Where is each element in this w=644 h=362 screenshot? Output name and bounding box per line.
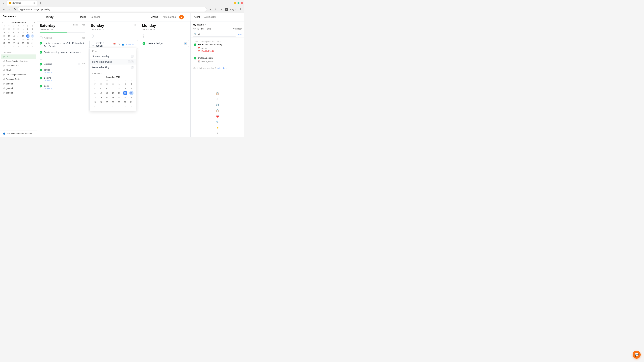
task-check-icon[interactable]: ✓ xyxy=(40,77,42,79)
cal-day[interactable]: 25 xyxy=(92,100,97,104)
panel-icon-6[interactable]: 🔍 xyxy=(215,119,220,125)
menu-icon[interactable]: ⋮ xyxy=(238,7,243,12)
tab-tasks[interactable]: Tasks xyxy=(78,15,88,19)
window-maximize-btn[interactable] xyxy=(238,2,240,4)
mini-cal-day[interactable]: 27 xyxy=(3,27,6,31)
panel-icon-3[interactable]: 🔄 xyxy=(215,102,220,108)
cal-day[interactable]: 7 xyxy=(111,86,115,91)
cal-day[interactable]: 27 xyxy=(105,100,109,104)
mini-cal-day[interactable]: 3 xyxy=(12,45,16,48)
mini-cal-day[interactable]: 9 xyxy=(26,31,30,34)
task-item-empty[interactable] xyxy=(38,56,86,61)
cal-day[interactable]: 19 xyxy=(98,95,103,100)
cal-day[interactable]: 3 xyxy=(129,82,134,86)
mini-cal-day[interactable]: 21 xyxy=(17,38,20,41)
task-check-icon[interactable]: ✓ xyxy=(40,69,42,71)
monday-task-create-design[interactable]: ✓ create a design 👥 xyxy=(141,40,189,47)
cal-day[interactable]: 11 xyxy=(92,91,97,95)
mini-cal-day[interactable]: 13 xyxy=(12,34,16,38)
mini-cal-day[interactable]: 8 xyxy=(22,31,25,34)
mini-cal-day[interactable]: 5 xyxy=(22,45,25,48)
filter-btn[interactable]: ⊟ Filter xyxy=(198,28,204,30)
layout-icon[interactable]: ⊡ xyxy=(219,7,224,12)
task-item-exercise[interactable]: ✓ Exercise 1 0:15 xyxy=(38,61,86,67)
right-panel-automations-tab[interactable]: Automations xyxy=(203,15,218,19)
mini-cal-day[interactable]: 29 xyxy=(22,41,25,45)
panel-task-item-2[interactable]: ✓ create a design 📅 Dec 18, Dec 17 xyxy=(192,55,243,64)
cal-day[interactable]: 24 xyxy=(129,95,134,100)
plan-btn[interactable]: Plan xyxy=(82,24,85,26)
calendar-icon[interactable]: 📅 xyxy=(113,42,116,46)
task-check-icon[interactable]: ✓ xyxy=(142,42,145,45)
mini-cal-day[interactable]: 22 xyxy=(22,38,25,41)
cal-day[interactable]: 28 xyxy=(98,82,103,86)
task-member-icon[interactable]: 👥 xyxy=(184,42,187,45)
expand-panel-btn[interactable]: → xyxy=(185,15,188,18)
panel-search-field[interactable]: 🔍 sd xyxy=(193,32,236,36)
mini-cal-day[interactable]: 23 xyxy=(26,38,30,41)
mini-cal-day[interactable]: 14 xyxy=(17,34,20,38)
nav-back-btn[interactable]: ‹ xyxy=(1,1,5,5)
sidebar-item-crossfunc[interactable]: # Cross-functional projec... xyxy=(1,59,36,63)
context-cal-next-btn[interactable]: › xyxy=(134,76,134,79)
mini-cal-day[interactable]: 6 xyxy=(12,31,16,34)
cal-day[interactable]: 1 xyxy=(117,82,121,86)
refresh-btn[interactable]: ↻ Refresh xyxy=(233,28,242,30)
mini-cal-day[interactable]: 7 xyxy=(17,31,20,34)
mini-cal-day[interactable]: 15 xyxy=(22,34,25,38)
task-check-icon[interactable]: ✓ xyxy=(194,57,196,59)
cal-day[interactable]: 5 xyxy=(117,104,121,109)
mini-cal-day[interactable]: 28 xyxy=(17,41,20,45)
tab-calendar[interactable]: Calendar xyxy=(88,15,102,19)
mini-cal-day[interactable]: 27 xyxy=(12,41,16,45)
mini-cal-day[interactable]: 24 xyxy=(31,38,34,41)
download-icon[interactable]: ⬇ xyxy=(214,7,218,12)
cal-day[interactable]: 20 xyxy=(105,95,109,100)
all-filter-btn[interactable]: All ▾ xyxy=(193,28,196,30)
task-check-circle[interactable] xyxy=(92,43,94,46)
add-task-row-sunday[interactable]: + xyxy=(90,33,138,38)
right-panel-asana-tab[interactable]: Asana xyxy=(193,15,202,19)
browser-tab[interactable]: Sunsama ✕ xyxy=(7,0,37,5)
context-cal-prev-btn[interactable]: ‹ xyxy=(92,76,92,79)
sort-btn[interactable]: ↕ Sort xyxy=(206,28,211,30)
sidebar-item-general3[interactable]: # general xyxy=(1,91,36,95)
mini-cal-day[interactable]: 2 xyxy=(26,27,30,31)
cal-day[interactable]: 15 xyxy=(117,91,121,95)
reset-btn[interactable]: reset xyxy=(238,33,242,35)
sidebar-item-all[interactable]: # all xyxy=(1,54,36,59)
mini-cal-day[interactable]: 1 xyxy=(22,27,25,31)
cal-day[interactable]: 23 xyxy=(123,95,127,100)
cal-day[interactable]: 1 xyxy=(92,104,97,109)
mini-cal-day[interactable]: 19 xyxy=(8,38,11,41)
cal-day[interactable]: 6 xyxy=(105,86,109,91)
window-close-btn[interactable] xyxy=(241,2,243,4)
window-minimize-btn[interactable] xyxy=(234,2,236,4)
mini-cal-day[interactable]: 25 xyxy=(3,41,6,45)
task-item[interactable]: ✓ Create recurring tasks for routine wor… xyxy=(38,49,86,55)
tab-automations[interactable]: Automations xyxy=(161,15,178,19)
mini-cal-day[interactable]: 20 xyxy=(12,38,16,41)
context-nextweek-item[interactable]: Move to next week ⇧ Z xyxy=(90,59,136,64)
sidebar-item-middle[interactable]: # Middle xyxy=(1,68,36,72)
mini-cal-day[interactable]: 30 xyxy=(17,27,20,31)
cal-day[interactable]: 30 xyxy=(111,82,115,86)
panel-add-btn[interactable]: + xyxy=(215,131,220,136)
task-item-meeting[interactable]: ✓ meeting # Cross-fu... xyxy=(38,75,86,83)
panel-task-item[interactable]: Cross-functional project plan > To do ✓ … xyxy=(192,39,243,54)
task-check-icon[interactable]: ✓ xyxy=(40,85,42,87)
tab-close-icon[interactable]: ✕ xyxy=(33,2,35,4)
cal-day[interactable]: 28 xyxy=(111,100,115,104)
sidebar-header[interactable]: Sunsama ▾ xyxy=(0,13,37,20)
panel-icon-7[interactable]: ⚡ xyxy=(215,125,220,130)
cal-day[interactable]: 4 xyxy=(111,104,115,109)
add-task-row-saturday[interactable]: + Add task 0:55 xyxy=(38,35,86,40)
cal-day[interactable]: 14 xyxy=(111,91,115,95)
mini-cal-day[interactable]: 26 xyxy=(8,41,11,45)
cal-day[interactable]: 8 xyxy=(117,86,121,91)
cal-day[interactable]: 18 xyxy=(92,95,97,100)
today-label[interactable]: Today xyxy=(46,15,54,19)
cal-day[interactable]: 21 xyxy=(111,95,115,100)
cal-day-selected[interactable]: 17 xyxy=(129,91,134,95)
add-task-row-monday[interactable]: + xyxy=(141,33,189,38)
